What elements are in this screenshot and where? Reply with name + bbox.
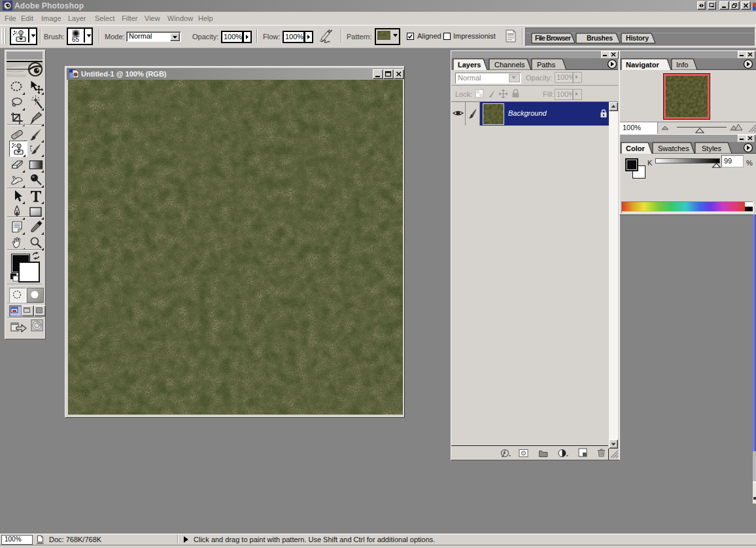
svg-text:Layers: Layers	[458, 61, 481, 69]
svg-text:Channels: Channels	[494, 61, 525, 69]
svg-text:Navigator: Navigator	[626, 61, 659, 69]
svg-text:Paths: Paths	[537, 61, 556, 69]
svg-text:Swatches: Swatches	[658, 145, 689, 152]
svg-text:Styles: Styles	[702, 145, 721, 152]
svg-text:Brushes: Brushes	[587, 34, 613, 42]
svg-text:File Browser: File Browser	[535, 34, 571, 42]
svg-text:Color: Color	[626, 145, 645, 152]
svg-text:History: History	[626, 34, 649, 42]
svg-text:Info: Info	[676, 61, 688, 69]
